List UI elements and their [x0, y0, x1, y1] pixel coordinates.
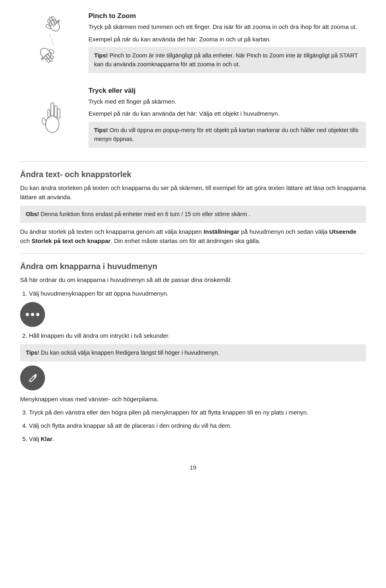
tryck-icon	[20, 87, 84, 143]
pinch-zoom-icon	[20, 12, 84, 68]
svg-rect-17	[55, 106, 57, 117]
pinch-to-zoom-tip: Tips! Pinch to Zoom är inte tillgängligt…	[88, 47, 366, 73]
andra-text-heading: Ändra text- och knappstorlek	[20, 170, 366, 179]
pinch-to-zoom-text2: Exempel på när du kan använda det här: Z…	[88, 35, 366, 44]
andra-text-section: Ändra text- och knappstorlek Du kan ändr…	[20, 170, 366, 245]
pinch-to-zoom-content: Pinch to Zoom Tryck på skärmen med tumme…	[84, 12, 366, 76]
menu-button-note: Menyknappen visas med vänster- och höger…	[20, 394, 366, 404]
steps-list-2: Håll knappen du vill ändra om intryckt i…	[29, 331, 366, 340]
body2-bold1: Inställningar	[203, 228, 239, 235]
step-5-period: .	[52, 435, 54, 442]
pencil-button	[20, 365, 45, 390]
obs-text: Denna funktion finns endast på enheter m…	[39, 211, 250, 217]
pinch-to-zoom-text1: Tryck på skärmen med tummen och ett fing…	[88, 22, 366, 32]
pinch-to-zoom-title: Pinch to Zoom	[88, 12, 366, 20]
step-4-text: Välj och flytta andra knappar så att de …	[29, 422, 232, 429]
steps-list: Välj huvudmenyknappen för att öppna huvu…	[29, 289, 366, 298]
tip1-label: Tips!	[94, 52, 108, 59]
obs-label: Obs!	[26, 211, 39, 217]
body2-bold3: Storlek på text och knappar	[31, 237, 111, 244]
step-3-text: Tryck på den vänstra eller den högra pil…	[29, 409, 308, 416]
tryck-eller-valj-section: Tryck eller välj Tryck med ett finger på…	[20, 87, 366, 150]
body2-part3: och	[20, 237, 31, 244]
andra-knappar-intro: Så här ordnar du om knapparna i huvudmen…	[20, 275, 366, 284]
tip2-label: Tips!	[94, 127, 108, 133]
body2-part2: på huvudmenyn och sedan välja	[239, 228, 329, 235]
body2-part4: . Din enhet måste startas om för att änd…	[111, 237, 261, 244]
andra-text-body2: Du ändrar storlek på texten och knapparn…	[20, 227, 366, 246]
dots-button	[20, 302, 45, 327]
edit-button-icon	[20, 365, 366, 390]
svg-point-15	[45, 116, 59, 133]
page-number: 19	[20, 464, 366, 471]
svg-point-11	[49, 49, 55, 54]
tryck-title: Tryck eller välj	[88, 87, 366, 95]
obs-box: Obs! Denna funktion finns endast på enhe…	[20, 206, 366, 223]
body2-part1: Du ändrar storlek på texten och knapparn…	[20, 228, 203, 235]
step-5-prefix: Välj	[29, 435, 41, 442]
svg-point-22	[31, 313, 34, 316]
tryck-text1: Tryck med ett finger på skärmen.	[88, 97, 366, 106]
andra-text-body1: Du kan ändra storleken på texten och kna…	[20, 183, 366, 202]
step-2: Håll knappen du vill ändra om intryckt i…	[29, 331, 366, 340]
step-4: Välj och flytta andra knappar så att de …	[29, 421, 366, 430]
svg-point-21	[26, 313, 29, 316]
tryck-text2: Exempel på när du kan använda det här: V…	[88, 109, 366, 118]
svg-rect-16	[51, 103, 53, 116]
tip3-text: ! Du kan också välja knappen Redigera lä…	[38, 349, 220, 356]
svg-rect-18	[57, 109, 60, 118]
body2-bold2: Utseende	[329, 228, 357, 235]
andra-knappar-section: Ändra om knapparna i huvudmenyn Så här o…	[20, 262, 366, 443]
main-menu-button-icon	[20, 302, 366, 327]
step-1-text: Välj huvudmenyknappen för att öppna huvu…	[29, 290, 168, 297]
svg-point-4	[45, 24, 51, 29]
step-5-bold: Klar	[41, 435, 52, 442]
svg-point-20	[41, 118, 47, 125]
tip1-text: Pinch to Zoom är inte tillgängligt på al…	[94, 52, 358, 67]
tryck-eller-valj-content: Tryck eller välj Tryck med ett finger på…	[84, 87, 366, 150]
svg-point-23	[36, 313, 39, 316]
step-3: Tryck på den vänstra eller den högra pil…	[29, 408, 366, 417]
pinch-to-zoom-section: Pinch to Zoom Tryck på skärmen med tumme…	[20, 12, 366, 76]
steps-list-3: Tryck på den vänstra eller den högra pil…	[29, 408, 366, 444]
tip3-label: Tips	[26, 349, 38, 356]
step-2-text: Håll knappen du vill ändra om intryckt i…	[29, 332, 170, 339]
step-1: Välj huvudmenyknappen för att öppna huvu…	[29, 289, 366, 298]
divider2	[20, 253, 366, 254]
divider1	[20, 161, 366, 162]
andra-knappar-heading: Ändra om knapparna i huvudmenyn	[20, 262, 366, 271]
tip3-box: Tips! Du kan också välja knappen Rediger…	[20, 344, 366, 361]
tip2-text: Om du vill öppna en popup-meny för ett o…	[94, 127, 358, 142]
step-5: Välj Klar.	[29, 434, 366, 443]
tryck-tip: Tips! Om du vill öppna en popup-meny för…	[88, 122, 366, 148]
svg-line-14	[50, 34, 53, 45]
